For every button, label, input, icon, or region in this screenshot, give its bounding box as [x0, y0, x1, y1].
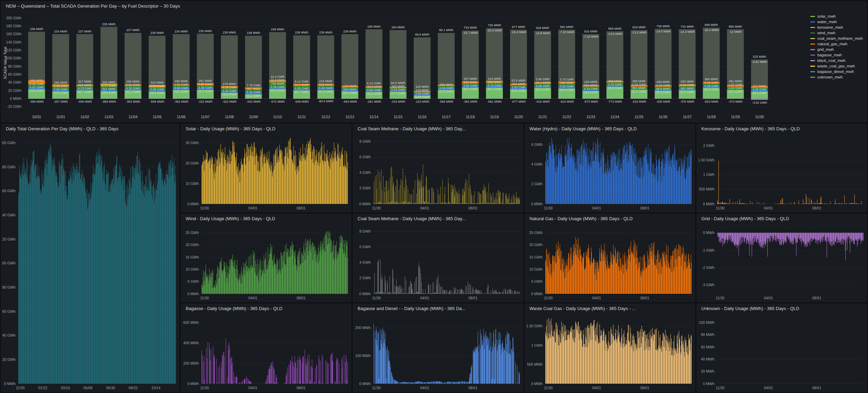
- unknown-chart[interactable]: 0 MWh20 MWh40 MWh60 MWh80 MWh100 MWh11/3…: [697, 313, 866, 391]
- bagasse-diesel-chart[interactable]: 0 MWh100 MWh200 MWh11/3004/0108/01: [353, 313, 523, 391]
- stacked-bar-11/16[interactable]: 69.6 MWh-223 MWh120 MWh129 MWh3.55 GWh8.…: [414, 33, 431, 103]
- coal-seam-methane-2-plot-area[interactable]: 0 MWh2 GWh4 GWh6 GWh8 GWh11/3004/0108/01: [359, 229, 520, 300]
- stacked-bar-11/03[interactable]: 235 MWh-359 MWh334 MWh2.77 GWh321 MWh18.…: [101, 22, 118, 103]
- legend-item-unknown_mwh[interactable]: unknown_mwh: [810, 75, 863, 79]
- main-chart[interactable]: -20 GWh0 MWh20 GWh40 GWh60 GWh80 GWh100 …: [2, 11, 866, 122]
- stacked-bar-11/11[interactable]: 238 MWh-548 MWh8.14 GWh18.2 MWh4.05 GWh2…: [293, 31, 310, 103]
- waste-coal-gas-chart[interactable]: 0 MWh500 MWh1 GWh1.50 GWh11/3004/0108/01: [525, 313, 694, 391]
- stacked-bar-11/08[interactable]: 239 MWh-322 MWh279 MWh4.38 GWh4.42 GWh15…: [221, 31, 238, 103]
- stacked-bar-10/31[interactable]: 238 MWh-359 MWh269 MWh8.46 GWh4.52 GWh23…: [28, 27, 45, 103]
- panel-title-grid[interactable]: Grid - Daily Usage (MWh) - 365 Days - QL…: [697, 214, 866, 223]
- stacked-bar-11/13[interactable]: 239 MWh-464 MWh126 MWh908 MWh18.4 GWh: [341, 30, 358, 103]
- solar-chart[interactable]: 0 MWh10 GWh20 GWh30 GWh11/3004/0108/01: [182, 133, 351, 212]
- bar-value-label: 3.46 GWh: [536, 84, 550, 88]
- panel-title-waste-coal-gas[interactable]: Waste Coal Gas - Daily Usage (MWh) - 365…: [525, 304, 694, 313]
- stacked-bar-11/27[interactable]: 715 MWh-14.3 MWh-376 MWh336 MWh4.04 GWh4…: [679, 25, 696, 103]
- x-tick-label: 11/30: [716, 296, 725, 300]
- stacked-bar-11/01[interactable]: 234 MWh-257 MWh168 MWh8.46 MWh3.66 GWh18…: [52, 30, 69, 103]
- solar-plot-area[interactable]: 0 MWh10 GWh20 GWh30 GWh11/3004/0108/01: [185, 138, 348, 210]
- legend-item-wind_mwh[interactable]: wind_mwh: [810, 31, 863, 35]
- stacked-bar-11/18[interactable]: 733 MWh-15.7 MWh-352 MWh327 MWh593 MWh3.…: [462, 26, 479, 103]
- legend-item-grid_mwh[interactable]: grid_mwh: [810, 47, 863, 52]
- panel-title-kerosene[interactable]: Kerosene - Daily Usage (MWh) - 365 Days …: [697, 124, 866, 133]
- wind-chart[interactable]: 0 MWh5 GWh10 GWh15 GWh20 GWh25 GWh11/300…: [182, 223, 351, 301]
- stacked-bar-11/09[interactable]: 238 MWh-242 MWh7.76 GWh587 MWh5.32 GWh11…: [245, 31, 262, 103]
- panel-title-wind[interactable]: Wind - Daily Usage (MWh) - 365 Days - QL…: [182, 214, 351, 223]
- legend-item-water_mwh[interactable]: water_mwh: [810, 20, 863, 24]
- legend-label: coal_seam_methane_mwh: [818, 36, 863, 40]
- unknown-plot-area[interactable]: 0 MWh20 MWh40 MWh60 MWh80 MWh100 MWh11/3…: [699, 320, 864, 390]
- coal-seam-methane-1-plot-area[interactable]: 0 MWh2 GWh4 GWh6 GWh8 GWh11/3004/0108/01: [359, 139, 520, 210]
- stacked-bar-11/14[interactable]: 185 MWh-291 MWh6.12 GWh-23.8 MWh4.56 GWh…: [366, 25, 382, 103]
- grid-plot-area[interactable]: 0 MWh-1 GWh-2 GWh-3 GWh11/3004/0108/01: [702, 231, 864, 300]
- legend-item-coal_seam_methane_mwh[interactable]: coal_seam_methane_mwh: [810, 36, 863, 40]
- y-tick-label: 20 GWh: [529, 243, 543, 247]
- legend-item-kerosene_mwh[interactable]: kerosene_mwh: [810, 25, 863, 29]
- bar-value-label: 124 MWh: [488, 77, 501, 81]
- natural-gas-plot-area[interactable]: 0 MWh5 GWh10 GWh15 GWh20 GWh25 GWh11/300…: [529, 231, 692, 300]
- y-tick-label: 6 GWh: [531, 142, 543, 147]
- stacked-bar-11/19[interactable]: 725 MWh-20.9 MWh-661 MWh124 MWh808 MWh4.…: [486, 24, 503, 103]
- coal-seam-methane-1-panel-body: 0 MWh2 GWh4 GWh6 GWh8 GWh11/3004/0108/01: [353, 133, 523, 212]
- bar-value-label: -359 MWh: [29, 100, 44, 103]
- bottom-grid: Daily Total Generation Per Day (MWh) - Q…: [1, 124, 867, 392]
- main-plot-area[interactable]: -20 GWh0 MWh20 GWh40 GWh60 GWh80 GWh100 …: [3, 16, 772, 119]
- stacked-bar-11/21[interactable]: 628 MWh-14.8 MWh-415 MWh3.46 GWh-26.4 MW…: [534, 26, 551, 103]
- bagasse-chart[interactable]: 0 MWh200 MWh400 MWh600 MWh11/3004/0108/0…: [182, 313, 351, 391]
- panel-title-coal-seam-methane-2[interactable]: Coal Seam Methane - Daily Usage (MWh) - …: [353, 214, 523, 223]
- stacked-bar-11/26[interactable]: 735 MWh-14.0 MWh-325 MWh409 MWh3.22 GWh4…: [655, 25, 672, 103]
- stacked-bar-11/28[interactable]: 699 MWh-16.4 MWh-823 MWh384 MWh3.16 GWh4…: [703, 23, 720, 103]
- stacked-bar-11/23[interactable]: 916 MWh-7.20 MWh-573 MWh220 MWh594 MWh4.…: [582, 30, 599, 103]
- stacked-bar-11/05[interactable]: 238 MWh-506 MWh310 MWh3.03 GWh3.08 GWh18…: [149, 31, 166, 103]
- panel-title-natural-gas[interactable]: Natural Gas - Daily Usage (MWh) - 365 Da…: [525, 214, 694, 223]
- bar-value-label: 327 MWh: [464, 77, 477, 81]
- kerosene-chart[interactable]: 0 MWh500 MWh1 GWh1.50 GWh2 GWh11/3004/01…: [697, 133, 866, 212]
- stacked-bar-11/07[interactable]: 235 MWh-222 MWh291 MWh4.50 GWh4.38 GWh22…: [197, 29, 214, 103]
- panel-title-bagasse-diesel[interactable]: Bagasse and Diesel - - Daily Usage (MWh)…: [353, 304, 523, 313]
- stacked-bar-11/12[interactable]: 239 MWh-80.5 MWh215 MWh528 MWh5.30 GWh21…: [317, 31, 334, 103]
- stacked-bar-11/30[interactable]: 533 MWh-5.62 MWh-3.02 GWh217 MWh4.00 GWh…: [751, 55, 768, 104]
- daily-total-chart[interactable]: 0 MWh20 GWh40 GWh60 GWh80 GWh100 GWh120 …: [2, 133, 179, 391]
- stacked-bar-11/25[interactable]: 919 MWh-13.2 MWh-315 MWh305 MWh2.03 GWh8…: [630, 26, 647, 103]
- panel-title-main[interactable]: NEM – Queensland – Total SCADA Generatio…: [2, 2, 866, 11]
- coal-seam-methane-2-chart[interactable]: 0 MWh2 GWh4 GWh6 GWh8 GWh11/3004/0108/01: [353, 223, 523, 301]
- bar-value-label: -773 MWh: [608, 100, 622, 103]
- panel-title-bagasse[interactable]: Bagasse - Daily Usage (MWh) - 365 Days -…: [182, 304, 351, 313]
- natural-gas-chart[interactable]: 0 MWh5 GWh10 GWh15 GWh20 GWh25 GWh11/300…: [525, 223, 694, 301]
- x-tick-label: 11/30: [16, 386, 25, 390]
- bar-value-label: 239 MWh: [319, 31, 333, 34]
- stacked-bar-11/15[interactable]: 184 MWh-319 MWh84.9 MWh346 MWh3.23 GWh17…: [390, 26, 407, 103]
- stacked-bar-11/22[interactable]: 682 MWh-7.20 MWh-424 MWh3.73 GWh308 MWh4…: [558, 25, 575, 103]
- legend-item-waste_coal_gas_mwh[interactable]: waste_coal_gas_mwh: [810, 64, 863, 68]
- coal-seam-methane-1-chart[interactable]: 0 MWh2 GWh4 GWh6 GWh8 GWh11/3004/0108/01: [353, 133, 523, 212]
- stacked-bar-11/29[interactable]: 855 MWh-12 MWh-473 MWh481 MWh1.57 GWh4.0…: [727, 25, 744, 103]
- legend-item-black_coal_mwh[interactable]: black_coal_mwh: [810, 58, 863, 63]
- legend-item-natural_gas_mwh[interactable]: natural_gas_mwh: [810, 42, 863, 46]
- panel-title-unknown[interactable]: Unknown - Daily Usage (MWh) - 365 Days -…: [697, 304, 866, 313]
- bar-value-label: 239 MWh: [271, 28, 284, 31]
- legend-item-bagasse_mwh[interactable]: bagasse_mwh: [810, 53, 863, 57]
- water-hydro-plot-area[interactable]: 0 MWh2 GWh4 GWh6 GWh11/3004/0108/01: [531, 138, 692, 210]
- legend-item-solar_mwh[interactable]: solar_mwh: [810, 14, 863, 18]
- bagasse-plot-area[interactable]: 0 MWh200 MWh400 MWh600 MWh11/3004/0108/0…: [183, 320, 348, 390]
- panel-title-coal-seam-methane-1[interactable]: Coal Seam Methane - Daily Usage (MWh) - …: [353, 124, 523, 133]
- panel-title-daily-total[interactable]: Daily Total Generation Per Day (MWh) - Q…: [2, 124, 179, 133]
- stacked-bar-11/24[interactable]: 959 MWh-13.6 MWh-773 MWh309 MWh3.75 GWh3…: [607, 27, 624, 104]
- stacked-bar-11/04[interactable]: 237 MWh-303 MWh290 MWh2.55 GWh4.32 GWh21…: [124, 28, 141, 103]
- panel-title-water-hydro[interactable]: Water (Hydro) - Daily Usage (MWh) - 365 …: [525, 124, 694, 133]
- grid-chart[interactable]: 0 MWh-1 GWh-2 GWh-3 GWh11/3004/0108/01: [697, 223, 866, 301]
- stacked-bar-11/06[interactable]: 234 MWh-362 MWh296 MWh1.58 GWh5.90 GWh22…: [173, 30, 190, 103]
- panel-title-solar[interactable]: Solar - Daily Usage (MWh) - 365 Days - Q…: [182, 124, 351, 133]
- stacked-bar-11/10[interactable]: 239 MWh-672 MWh12.4 GWh16.8 MWh705 MWh4.…: [269, 28, 286, 103]
- bar-segment-black_coal_mwh: [390, 30, 407, 87]
- legend-item-bagasse_diesel_mwh[interactable]: bagasse_diesel_mwh: [810, 69, 863, 74]
- stacked-bar-11/17[interactable]: 89.1 MWh-565 MWh288 MWh4.16 GWh21.9 GWh: [438, 28, 455, 103]
- bagasse-diesel-plot-area[interactable]: 0 MWh100 MWh200 MWh11/3004/0108/01: [355, 324, 520, 390]
- waste-coal-gas-plot-area[interactable]: 0 MWh500 MWh1 GWh1.50 GWh11/3004/0108/01: [526, 318, 692, 390]
- kerosene-plot-area[interactable]: 0 MWh500 MWh1 GWh1.50 GWh2 GWh11/3004/01…: [698, 143, 864, 210]
- stacked-bar-11/20[interactable]: 677 MWh-18.4 MWh-677 MWh53.8 MWh434 MWh3…: [510, 25, 527, 103]
- stacked-bar-11/02[interactable]: 237 MWh-409 MWh317 MWh419 MWh4.23 GWh20.…: [76, 30, 93, 103]
- wind-plot-area[interactable]: 0 MWh5 GWh10 GWh15 GWh20 GWh25 GWh11/300…: [185, 231, 348, 300]
- daily-total-plot-area[interactable]: 0 MWh20 GWh40 GWh60 GWh80 GWh100 GWh120 …: [2, 141, 176, 390]
- water-hydro-chart[interactable]: 0 MWh2 GWh4 GWh6 GWh11/3004/0108/01: [525, 133, 694, 212]
